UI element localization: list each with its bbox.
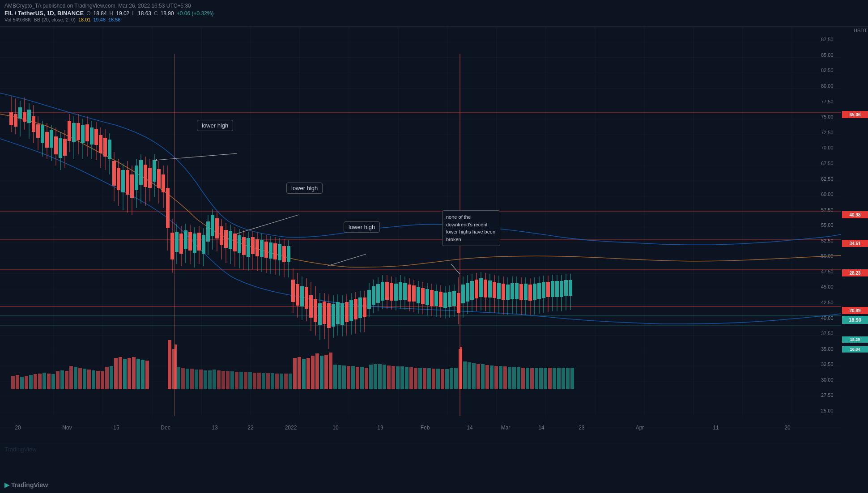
svg-rect-160 (305, 287, 308, 309)
svg-rect-359 (378, 364, 382, 389)
svg-rect-363 (396, 366, 400, 389)
svg-rect-384 (485, 365, 489, 389)
svg-text:60.00: 60.00 (821, 191, 834, 197)
svg-rect-358 (374, 364, 377, 389)
svg-rect-162 (309, 295, 313, 318)
price-level-4098: 40.98 (842, 211, 868, 218)
svg-text:25.00: 25.00 (821, 408, 834, 413)
svg-rect-321 (208, 370, 212, 389)
svg-rect-330 (248, 372, 252, 389)
svg-rect-380 (468, 362, 471, 389)
svg-rect-81 (130, 174, 134, 198)
symbol-name: FIL / TetherUS, 1D, BINANCE (4, 10, 84, 17)
svg-rect-350 (338, 365, 341, 389)
svg-text:47.50: 47.50 (821, 269, 834, 274)
svg-rect-253 (511, 283, 514, 299)
svg-text:Dec: Dec (161, 425, 170, 431)
svg-rect-192 (376, 284, 380, 303)
svg-text:40.00: 40.00 (821, 315, 834, 321)
high-value: 19.02 (116, 10, 129, 17)
svg-rect-396 (539, 368, 543, 389)
svg-rect-27 (9, 112, 13, 125)
svg-rect-325 (226, 371, 230, 389)
bb-val1: 18.01 (78, 17, 91, 22)
low-label: L (132, 10, 135, 17)
bb-val3: 16.56 (108, 17, 121, 22)
svg-rect-204 (403, 283, 407, 300)
svg-rect-376 (454, 368, 458, 389)
svg-rect-41 (41, 125, 44, 143)
svg-rect-386 (494, 366, 498, 389)
svg-rect-320 (204, 370, 207, 389)
svg-rect-97 (166, 188, 170, 228)
svg-rect-290 (56, 371, 60, 389)
svg-rect-206 (408, 285, 411, 302)
svg-rect-37 (32, 116, 35, 132)
svg-rect-346 (320, 356, 323, 389)
svg-rect-310 (145, 361, 149, 389)
low-value: 18.63 (138, 10, 151, 17)
open-value: 18.84 (94, 10, 107, 17)
svg-rect-158 (300, 286, 304, 306)
svg-rect-110 (193, 234, 196, 253)
svg-rect-235 (470, 281, 474, 300)
svg-rect-302 (110, 366, 113, 389)
svg-rect-114 (202, 235, 205, 254)
svg-rect-275 (560, 281, 563, 297)
svg-rect-387 (499, 366, 502, 389)
annotation-lower-high-3: lower high (344, 221, 380, 233)
svg-rect-391 (517, 367, 520, 389)
svg-rect-249 (502, 284, 505, 300)
watermark: TradingView (4, 446, 37, 453)
svg-rect-315 (181, 368, 185, 389)
svg-rect-351 (342, 366, 346, 389)
svg-rect-286 (38, 374, 42, 389)
svg-text:80.00: 80.00 (821, 83, 834, 89)
svg-rect-136 (251, 237, 255, 254)
svg-rect-280 (11, 376, 15, 389)
svg-rect-288 (47, 374, 51, 389)
annotation-note: none of the downtrend's recent lower hig… (442, 210, 500, 246)
svg-rect-120 (215, 218, 219, 238)
svg-rect-146 (273, 243, 277, 259)
svg-rect-365 (405, 367, 408, 389)
svg-rect-328 (239, 372, 243, 389)
svg-rect-296 (83, 369, 86, 389)
svg-rect-75 (117, 168, 120, 190)
price-level-3451: 34.51 (842, 240, 868, 247)
svg-text:20: 20 (784, 425, 791, 431)
svg-rect-152 (287, 246, 290, 262)
svg-text:19: 19 (377, 425, 383, 431)
price-level-6506: 65.06 (842, 111, 868, 118)
svg-rect-301 (105, 367, 109, 389)
svg-rect-168 (323, 302, 326, 324)
svg-text:87.50: 87.50 (821, 37, 834, 42)
svg-rect-128 (233, 234, 237, 251)
svg-text:72.50: 72.50 (821, 130, 834, 135)
svg-rect-233 (466, 283, 469, 302)
svg-rect-130 (238, 235, 241, 253)
svg-rect-182 (354, 299, 357, 319)
svg-rect-255 (515, 283, 519, 299)
main-chart-svg: 20 Nov 15 Dec 13 22 2022 10 19 Feb 14 Ma… (0, 27, 841, 457)
svg-rect-285 (34, 374, 37, 389)
svg-rect-140 (260, 240, 264, 257)
svg-rect-172 (332, 304, 335, 327)
svg-rect-91 (153, 160, 156, 182)
svg-text:35.00: 35.00 (821, 346, 834, 352)
svg-rect-273 (555, 281, 559, 297)
svg-rect-402 (566, 368, 570, 389)
svg-rect-378 (460, 347, 462, 389)
svg-rect-106 (184, 230, 187, 249)
svg-text:2022: 2022 (285, 425, 297, 431)
svg-rect-95 (162, 174, 165, 192)
svg-rect-398 (548, 368, 552, 389)
svg-rect-104 (179, 234, 183, 254)
svg-text:Feb: Feb (421, 425, 430, 431)
svg-text:13: 13 (212, 425, 218, 431)
svg-text:42.50: 42.50 (821, 300, 834, 305)
svg-text:11: 11 (713, 425, 719, 431)
svg-rect-2 (0, 27, 841, 457)
svg-rect-401 (562, 368, 565, 389)
published-label: AMBCrypto_TA published on TradingView.co… (4, 3, 191, 9)
